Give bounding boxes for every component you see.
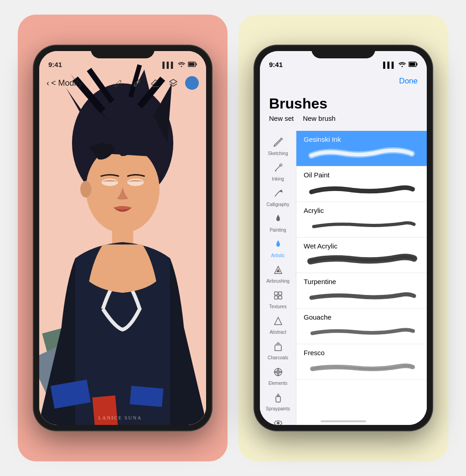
brush-name-turpentine: Turpentine — [304, 278, 419, 285]
sidebar-item-inking[interactable]: Inking — [262, 160, 295, 185]
portrait-artwork: LANICE SUNA — [39, 51, 206, 425]
svg-point-37 — [280, 138, 282, 140]
charcoals-icon — [273, 341, 283, 354]
right-phone-screen: 9:41 ▌▌▌ — [260, 51, 427, 425]
right-notch — [311, 46, 375, 58]
brushes-header: Brushes New set New brush — [260, 91, 427, 125]
left-status-icons: ▌▌▌ — [162, 62, 197, 68]
sketching-icon — [273, 137, 283, 150]
spraypaints-label: Spraypaints — [266, 406, 290, 412]
canvas-background: 9:41 ▌▌▌ — [39, 51, 206, 425]
pencil-icon[interactable] — [112, 77, 125, 89]
sketching-label: Sketching — [268, 151, 288, 156]
brushes-screen: 9:41 ▌▌▌ — [260, 51, 427, 425]
elements-label: Elements — [269, 381, 288, 386]
sidebar-item-elements[interactable]: Elements — [262, 364, 295, 389]
svg-rect-2 — [196, 63, 197, 66]
svg-text:LANICE SUNA: LANICE SUNA — [98, 415, 142, 420]
touchups-icon — [273, 418, 283, 425]
sidebar-item-airbrushing[interactable]: Airbrushing — [262, 262, 295, 287]
brushes-sidebar: Sketching Inking — [260, 131, 296, 425]
notch — [91, 46, 155, 58]
svg-rect-44 — [279, 296, 282, 299]
eraser-icon[interactable] — [149, 77, 161, 89]
brushes-list: Gesinski Ink Oil Paint — [296, 131, 427, 425]
svg-rect-48 — [276, 396, 280, 402]
svg-rect-49 — [277, 395, 279, 397]
brush-preview-acrylic — [304, 216, 419, 233]
brush-name-oil-paint: Oil Paint — [304, 171, 419, 179]
calligraphy-icon — [273, 188, 283, 201]
sidebar-item-sketching[interactable]: Sketching — [262, 135, 295, 159]
left-panel: 9:41 ▌▌▌ — [18, 15, 228, 461]
svg-point-25 — [80, 181, 91, 197]
brush-item-acrylic[interactable]: Acrylic — [296, 202, 427, 238]
svg-point-33 — [402, 66, 403, 67]
sidebar-item-painting[interactable]: Painting — [262, 211, 295, 236]
right-signal-icon: ▌▌▌ — [383, 62, 396, 68]
brush-preview-gouache — [304, 323, 419, 339]
airbrushing-label: Airbrushing — [266, 279, 290, 284]
brush-name-gesinski: Gesinski Ink — [304, 135, 419, 143]
svg-rect-43 — [274, 296, 278, 299]
painting-icon — [273, 214, 283, 226]
brush-preview-gesinski — [304, 145, 419, 161]
right-time: 9:41 — [269, 61, 283, 68]
sidebar-item-touchups[interactable]: Touchups — [262, 415, 295, 425]
charcoals-label: Charcoals — [268, 355, 288, 361]
abstract-label: Abstract — [269, 330, 286, 335]
brush-item-turpentine[interactable]: Turpentine — [296, 273, 427, 309]
svg-rect-36 — [409, 63, 415, 66]
brush-preview-oil-paint — [304, 181, 419, 197]
brushes-title: Brushes — [269, 96, 418, 112]
color-picker[interactable] — [185, 76, 199, 90]
modify-label: < Modify — [51, 78, 83, 88]
new-set-button[interactable]: New set — [269, 114, 294, 122]
svg-rect-3 — [189, 63, 195, 66]
brush-name-acrylic: Acrylic — [304, 207, 419, 214]
svg-rect-29 — [130, 386, 164, 407]
brush-item-wet-acrylic[interactable]: Wet Acrylic — [296, 238, 427, 273]
sidebar-item-charcoals[interactable]: Charcoals — [262, 339, 295, 363]
inking-label: Inking — [272, 176, 284, 182]
new-brush-button[interactable]: New brush — [303, 114, 336, 122]
artistic-label: Artistic — [271, 253, 285, 259]
svg-point-0 — [181, 66, 182, 67]
back-button[interactable]: ‹ < Modify — [47, 78, 83, 88]
sidebar-item-calligraphy[interactable]: Calligraphy — [262, 186, 295, 210]
sidebar-item-textures[interactable]: Textures — [262, 288, 295, 312]
brushes-actions: New set New brush — [269, 114, 418, 122]
brush-icon[interactable] — [130, 77, 143, 89]
spraypaints-icon — [273, 393, 283, 405]
svg-rect-35 — [417, 63, 418, 66]
brush-item-gesinski-ink[interactable]: Gesinski Ink — [296, 131, 427, 166]
brushes-content: Sketching Inking — [260, 131, 427, 425]
right-wifi-icon — [399, 62, 406, 68]
brush-name-fresco: Fresco — [304, 349, 419, 357]
wifi-icon — [178, 62, 185, 68]
sidebar-item-abstract[interactable]: Abstract — [262, 313, 295, 338]
airbrushing-icon — [273, 265, 283, 277]
right-phone: 9:41 ▌▌▌ — [254, 46, 432, 430]
right-panel: 9:41 ▌▌▌ — [238, 15, 448, 461]
calligraphy-label: Calligraphy — [266, 202, 289, 207]
artistic-icon — [273, 239, 283, 252]
elements-icon — [273, 367, 283, 379]
canvas-toolbar: ‹ < Modify — [39, 71, 206, 95]
brush-preview-wet-acrylic — [304, 252, 419, 268]
svg-point-26 — [102, 179, 118, 186]
done-button[interactable]: Done — [399, 77, 418, 86]
sidebar-item-spraypaints[interactable]: Spraypaints — [262, 390, 295, 414]
brush-item-oil-paint[interactable]: Oil Paint — [296, 166, 427, 202]
left-phone-screen: 9:41 ▌▌▌ — [39, 51, 206, 425]
inking-icon — [273, 163, 283, 175]
textures-label: Textures — [269, 304, 287, 310]
brush-item-fresco[interactable]: Fresco — [296, 344, 427, 380]
layers-icon[interactable] — [167, 77, 180, 89]
abstract-icon — [273, 316, 283, 328]
sidebar-item-artistic[interactable]: Artistic — [262, 237, 295, 261]
signal-icon: ▌▌▌ — [162, 62, 175, 68]
svg-rect-30 — [92, 395, 118, 425]
brush-item-gouache[interactable]: Gouache — [296, 309, 427, 344]
textures-icon — [273, 290, 283, 303]
